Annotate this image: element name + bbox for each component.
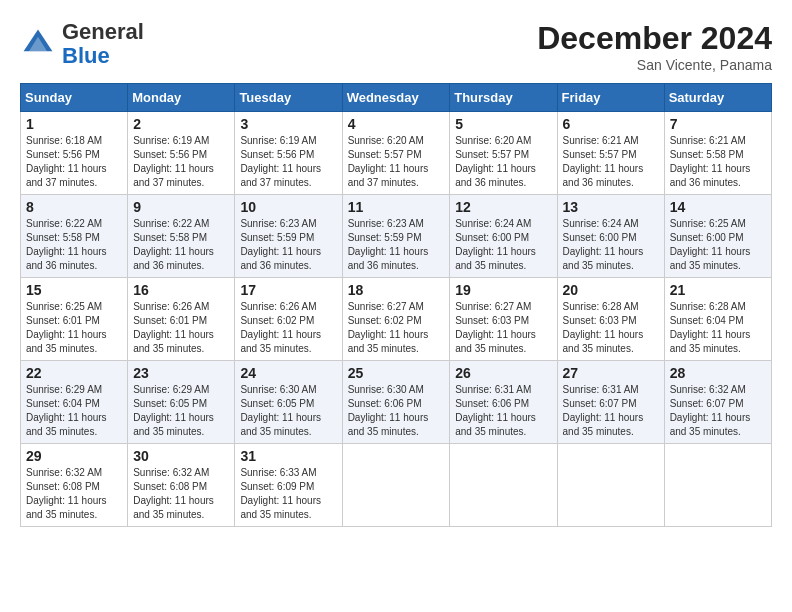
sunset-label: Sunset: 5:58 PM <box>26 232 100 243</box>
sunrise-label: Sunrise: 6:28 AM <box>670 301 746 312</box>
day-number: 3 <box>240 116 336 132</box>
day-number: 25 <box>348 365 445 381</box>
weekday-header-tuesday: Tuesday <box>235 84 342 112</box>
calendar-cell: 10 Sunrise: 6:23 AM Sunset: 5:59 PM Dayl… <box>235 195 342 278</box>
daylight-label: Daylight: 11 hours and 35 minutes. <box>26 412 107 437</box>
day-info: Sunrise: 6:20 AM Sunset: 5:57 PM Dayligh… <box>455 134 551 190</box>
calendar-cell: 3 Sunrise: 6:19 AM Sunset: 5:56 PM Dayli… <box>235 112 342 195</box>
logo-icon <box>20 26 56 62</box>
sunrise-label: Sunrise: 6:24 AM <box>563 218 639 229</box>
calendar-cell <box>557 444 664 527</box>
sunrise-label: Sunrise: 6:31 AM <box>455 384 531 395</box>
sunrise-label: Sunrise: 6:27 AM <box>455 301 531 312</box>
calendar-cell <box>664 444 771 527</box>
day-number: 29 <box>26 448 122 464</box>
calendar-cell: 19 Sunrise: 6:27 AM Sunset: 6:03 PM Dayl… <box>450 278 557 361</box>
sunrise-label: Sunrise: 6:26 AM <box>133 301 209 312</box>
calendar-cell: 8 Sunrise: 6:22 AM Sunset: 5:58 PM Dayli… <box>21 195 128 278</box>
sunrise-label: Sunrise: 6:28 AM <box>563 301 639 312</box>
day-info: Sunrise: 6:30 AM Sunset: 6:05 PM Dayligh… <box>240 383 336 439</box>
calendar-table: SundayMondayTuesdayWednesdayThursdayFrid… <box>20 83 772 527</box>
sunrise-label: Sunrise: 6:18 AM <box>26 135 102 146</box>
daylight-label: Daylight: 11 hours and 35 minutes. <box>133 412 214 437</box>
sunrise-label: Sunrise: 6:25 AM <box>670 218 746 229</box>
weekday-header-row: SundayMondayTuesdayWednesdayThursdayFrid… <box>21 84 772 112</box>
logo-blue: Blue <box>62 43 110 68</box>
daylight-label: Daylight: 11 hours and 36 minutes. <box>455 163 536 188</box>
calendar-cell: 7 Sunrise: 6:21 AM Sunset: 5:58 PM Dayli… <box>664 112 771 195</box>
day-info: Sunrise: 6:26 AM Sunset: 6:02 PM Dayligh… <box>240 300 336 356</box>
day-number: 30 <box>133 448 229 464</box>
daylight-label: Daylight: 11 hours and 35 minutes. <box>348 412 429 437</box>
sunset-label: Sunset: 5:57 PM <box>455 149 529 160</box>
day-info: Sunrise: 6:20 AM Sunset: 5:57 PM Dayligh… <box>348 134 445 190</box>
sunset-label: Sunset: 6:00 PM <box>563 232 637 243</box>
calendar-cell: 11 Sunrise: 6:23 AM Sunset: 5:59 PM Dayl… <box>342 195 450 278</box>
sunrise-label: Sunrise: 6:32 AM <box>133 467 209 478</box>
calendar-cell: 2 Sunrise: 6:19 AM Sunset: 5:56 PM Dayli… <box>128 112 235 195</box>
day-info: Sunrise: 6:29 AM Sunset: 6:04 PM Dayligh… <box>26 383 122 439</box>
day-info: Sunrise: 6:31 AM Sunset: 6:07 PM Dayligh… <box>563 383 659 439</box>
calendar-week-row: 1 Sunrise: 6:18 AM Sunset: 5:56 PM Dayli… <box>21 112 772 195</box>
daylight-label: Daylight: 11 hours and 35 minutes. <box>26 329 107 354</box>
day-number: 2 <box>133 116 229 132</box>
day-number: 10 <box>240 199 336 215</box>
day-info: Sunrise: 6:29 AM Sunset: 6:05 PM Dayligh… <box>133 383 229 439</box>
sunset-label: Sunset: 5:59 PM <box>240 232 314 243</box>
day-number: 1 <box>26 116 122 132</box>
day-number: 18 <box>348 282 445 298</box>
sunset-label: Sunset: 5:58 PM <box>133 232 207 243</box>
sunset-label: Sunset: 6:01 PM <box>133 315 207 326</box>
calendar-cell: 27 Sunrise: 6:31 AM Sunset: 6:07 PM Dayl… <box>557 361 664 444</box>
sunrise-label: Sunrise: 6:21 AM <box>563 135 639 146</box>
sunset-label: Sunset: 6:03 PM <box>563 315 637 326</box>
daylight-label: Daylight: 11 hours and 35 minutes. <box>348 329 429 354</box>
sunset-label: Sunset: 5:59 PM <box>348 232 422 243</box>
sunset-label: Sunset: 6:00 PM <box>670 232 744 243</box>
day-number: 28 <box>670 365 766 381</box>
sunrise-label: Sunrise: 6:23 AM <box>348 218 424 229</box>
day-info: Sunrise: 6:33 AM Sunset: 6:09 PM Dayligh… <box>240 466 336 522</box>
calendar-cell: 12 Sunrise: 6:24 AM Sunset: 6:00 PM Dayl… <box>450 195 557 278</box>
calendar-cell: 13 Sunrise: 6:24 AM Sunset: 6:00 PM Dayl… <box>557 195 664 278</box>
sunrise-label: Sunrise: 6:30 AM <box>348 384 424 395</box>
calendar-cell: 31 Sunrise: 6:33 AM Sunset: 6:09 PM Dayl… <box>235 444 342 527</box>
day-info: Sunrise: 6:19 AM Sunset: 5:56 PM Dayligh… <box>240 134 336 190</box>
calendar-cell: 24 Sunrise: 6:30 AM Sunset: 6:05 PM Dayl… <box>235 361 342 444</box>
calendar-cell: 18 Sunrise: 6:27 AM Sunset: 6:02 PM Dayl… <box>342 278 450 361</box>
day-number: 21 <box>670 282 766 298</box>
daylight-label: Daylight: 11 hours and 35 minutes. <box>563 329 644 354</box>
day-info: Sunrise: 6:25 AM Sunset: 6:01 PM Dayligh… <box>26 300 122 356</box>
daylight-label: Daylight: 11 hours and 35 minutes. <box>563 246 644 271</box>
daylight-label: Daylight: 11 hours and 35 minutes. <box>670 329 751 354</box>
sunrise-label: Sunrise: 6:24 AM <box>455 218 531 229</box>
day-info: Sunrise: 6:28 AM Sunset: 6:03 PM Dayligh… <box>563 300 659 356</box>
calendar-cell: 20 Sunrise: 6:28 AM Sunset: 6:03 PM Dayl… <box>557 278 664 361</box>
weekday-header-thursday: Thursday <box>450 84 557 112</box>
logo-text: General Blue <box>62 20 144 68</box>
sunset-label: Sunset: 5:58 PM <box>670 149 744 160</box>
sunset-label: Sunset: 6:06 PM <box>455 398 529 409</box>
calendar-cell: 1 Sunrise: 6:18 AM Sunset: 5:56 PM Dayli… <box>21 112 128 195</box>
sunset-label: Sunset: 6:00 PM <box>455 232 529 243</box>
day-number: 14 <box>670 199 766 215</box>
daylight-label: Daylight: 11 hours and 36 minutes. <box>240 246 321 271</box>
calendar-cell: 15 Sunrise: 6:25 AM Sunset: 6:01 PM Dayl… <box>21 278 128 361</box>
sunrise-label: Sunrise: 6:27 AM <box>348 301 424 312</box>
day-number: 9 <box>133 199 229 215</box>
sunrise-label: Sunrise: 6:25 AM <box>26 301 102 312</box>
day-info: Sunrise: 6:26 AM Sunset: 6:01 PM Dayligh… <box>133 300 229 356</box>
sunrise-label: Sunrise: 6:19 AM <box>133 135 209 146</box>
daylight-label: Daylight: 11 hours and 35 minutes. <box>563 412 644 437</box>
sunrise-label: Sunrise: 6:20 AM <box>348 135 424 146</box>
sunrise-label: Sunrise: 6:30 AM <box>240 384 316 395</box>
title-block: December 2024 San Vicente, Panama <box>537 20 772 73</box>
sunrise-label: Sunrise: 6:21 AM <box>670 135 746 146</box>
daylight-label: Daylight: 11 hours and 35 minutes. <box>455 329 536 354</box>
sunset-label: Sunset: 6:09 PM <box>240 481 314 492</box>
sunset-label: Sunset: 6:05 PM <box>240 398 314 409</box>
day-info: Sunrise: 6:28 AM Sunset: 6:04 PM Dayligh… <box>670 300 766 356</box>
calendar-week-row: 8 Sunrise: 6:22 AM Sunset: 5:58 PM Dayli… <box>21 195 772 278</box>
page-header: General Blue December 2024 San Vicente, … <box>20 20 772 73</box>
daylight-label: Daylight: 11 hours and 35 minutes. <box>240 329 321 354</box>
